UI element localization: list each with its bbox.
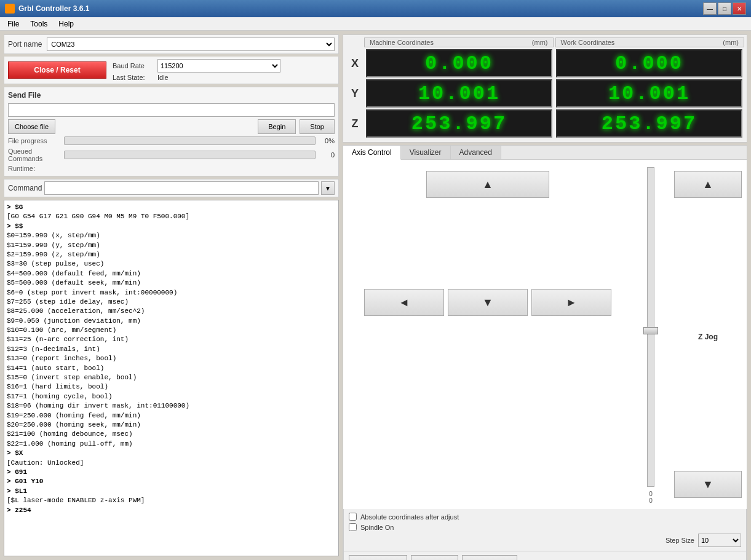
y-coord-row: Y 10.001 10.001 bbox=[346, 79, 744, 108]
xy-jog-area: ▲ ◄ ▼ ► bbox=[348, 165, 627, 504]
z-jog-area: ▲ Z Jog ▼ bbox=[674, 165, 742, 504]
work-z-display: 253.997 bbox=[556, 109, 742, 138]
jog-left-button[interactable]: ◄ bbox=[364, 289, 444, 316]
log-area: > $G[G0 G54 G17 G21 G90 G94 M0 M5 M9 T0 … bbox=[4, 200, 339, 556]
z-jog-label: Z Jog bbox=[698, 333, 718, 341]
file-path-input[interactable] bbox=[8, 103, 335, 117]
zero-position-button[interactable]: Zero Position bbox=[349, 555, 407, 560]
axis-control-content: ▲ ◄ ▼ ► 0 bbox=[343, 160, 747, 509]
jog-z-up-button[interactable]: ▲ bbox=[674, 171, 742, 198]
queued-label: Queued Commands bbox=[8, 148, 60, 162]
queued-bar bbox=[64, 151, 316, 159]
machine-z-display: 253.997 bbox=[366, 109, 552, 138]
log-line: $8=25.000 (acceleration, mm/sec^2) bbox=[7, 307, 336, 316]
file-progress-bar bbox=[64, 136, 316, 145]
baud-label: Baud Rate bbox=[113, 62, 153, 69]
tab-axis-control[interactable]: Axis Control bbox=[343, 146, 401, 160]
menu-help[interactable]: Help bbox=[54, 18, 79, 30]
log-line: $4=500.000 (default feed, mm/min) bbox=[7, 269, 336, 278]
minimize-button[interactable]: — bbox=[703, 2, 717, 15]
menu-file[interactable]: File bbox=[2, 18, 24, 30]
log-line: $17=1 (homing cycle, bool) bbox=[7, 392, 336, 401]
port-label: Port name bbox=[8, 40, 42, 49]
window-title: Grbl Controller 3.6.1 bbox=[18, 4, 89, 13]
last-state-label: Last State: bbox=[113, 74, 153, 81]
command-section: Command ▼ bbox=[4, 179, 339, 197]
work-coords-unit: (mm) bbox=[723, 39, 739, 46]
file-progress-pct: 0% bbox=[319, 137, 335, 144]
jog-z-down-button[interactable]: ▼ bbox=[674, 471, 742, 498]
connect-row: Close / Reset Baud Rate 115200 9600 1920… bbox=[4, 57, 339, 84]
title-bar: Grbl Controller 3.6.1 — □ ✕ bbox=[0, 0, 751, 17]
log-line: $20=250.000 (homing seek, mm/min) bbox=[7, 420, 336, 430]
jog-down-button[interactable]: ▼ bbox=[448, 289, 528, 316]
queued-count: 0 bbox=[319, 151, 335, 159]
log-line: $19=250.000 (homing feed, mm/min) bbox=[7, 411, 336, 420]
z-slider-track[interactable] bbox=[647, 167, 654, 487]
absolute-coords-checkbox[interactable] bbox=[349, 513, 357, 521]
log-line: [G0 G54 G17 G21 G90 G94 M0 M5 M9 T0 F500… bbox=[7, 212, 336, 221]
tab-advanced[interactable]: Advanced bbox=[451, 146, 501, 159]
menu-tools[interactable]: Tools bbox=[25, 18, 52, 30]
log-line: $2=159.990 (z, step/mm) bbox=[7, 250, 336, 259]
jog-up-button[interactable]: ▲ bbox=[426, 171, 549, 198]
z-slider-area: 0 0 bbox=[632, 165, 669, 504]
machine-x-display: 0.000 bbox=[366, 49, 552, 77]
spindle-checkbox[interactable] bbox=[349, 523, 357, 531]
log-line: > $G bbox=[7, 203, 336, 212]
z-slider-thumb[interactable] bbox=[643, 327, 658, 334]
tab-visualizer[interactable]: Visualizer bbox=[401, 146, 451, 159]
baud-select[interactable]: 115200 9600 19200 38400 57600 230400 bbox=[157, 59, 280, 73]
stop-button[interactable]: Stop bbox=[300, 119, 335, 134]
log-line: [$L laser-mode ENABLED z-axis PWM] bbox=[7, 496, 336, 505]
maximize-button[interactable]: □ bbox=[718, 2, 731, 15]
left-panel: Port name COM23 Close / Reset Baud Rate … bbox=[4, 34, 339, 556]
send-file-section: Send File Choose file Begin Stop File pr… bbox=[4, 87, 339, 176]
tabs-section: Axis Control Visualizer Advanced ▲ ◄ ▼ bbox=[343, 145, 747, 560]
coordinates-section: Machine Coordinates (mm) Work Coordinate… bbox=[343, 34, 747, 143]
begin-button[interactable]: Begin bbox=[258, 119, 296, 134]
machine-coords-header: Machine Coordinates (mm) bbox=[364, 37, 554, 47]
refresh-pos-button[interactable]: Refresh Pos bbox=[462, 555, 518, 560]
log-line: $13=0 (report inches, bool) bbox=[7, 354, 336, 363]
right-panel: Machine Coordinates (mm) Work Coordinate… bbox=[343, 34, 747, 556]
log-line: $5=500.000 (default seek, mm/min) bbox=[7, 278, 336, 288]
command-dropdown-button[interactable]: ▼ bbox=[321, 181, 335, 195]
command-input[interactable] bbox=[44, 181, 319, 195]
work-x-display: 0.000 bbox=[556, 49, 742, 77]
log-line: $11=25 (n-arc correction, int) bbox=[7, 335, 336, 344]
port-row: Port name COM23 bbox=[4, 34, 339, 54]
spindle-row: Spindle On bbox=[349, 523, 741, 531]
log-line: > G01 Y10 bbox=[7, 477, 336, 486]
jog-middle-row: ◄ ▼ ► bbox=[364, 289, 611, 316]
step-size-row: Step Size 10 1 5 25 50 100 bbox=[349, 534, 741, 547]
log-line: $12=3 (n-decimals, int) bbox=[7, 345, 336, 354]
send-file-label: Send File bbox=[8, 91, 335, 100]
tab-bar: Axis Control Visualizer Advanced bbox=[343, 146, 747, 160]
go-home-button[interactable]: Go Home bbox=[411, 555, 458, 560]
z-axis-label: Z bbox=[346, 117, 364, 130]
jog-right-button[interactable]: ► bbox=[531, 289, 611, 316]
slider-top-label: 0 bbox=[649, 491, 653, 497]
menu-bar: File Tools Help bbox=[0, 17, 751, 31]
log-line: $22=1.000 (homing pull-off, mm) bbox=[7, 440, 336, 449]
close-window-button[interactable]: ✕ bbox=[733, 2, 746, 15]
log-line: > $L1 bbox=[7, 487, 336, 496]
port-select[interactable]: COM23 bbox=[47, 37, 335, 51]
app-icon bbox=[5, 4, 15, 14]
choose-file-button[interactable]: Choose file bbox=[8, 119, 55, 134]
action-buttons: Zero Position Go Home Refresh Pos bbox=[343, 551, 747, 560]
log-line: > $$ bbox=[7, 222, 336, 231]
bottom-controls: Absolute coordinates after adjust Spindl… bbox=[343, 509, 747, 551]
runtime-label: Runtime: bbox=[8, 165, 35, 172]
machine-coords-label: Machine Coordinates bbox=[370, 39, 434, 46]
log-line: $7=255 (step idle delay, msec) bbox=[7, 298, 336, 307]
step-size-label: Step Size bbox=[666, 537, 694, 544]
file-progress-label: File progress bbox=[8, 137, 60, 144]
close-reset-button[interactable]: Close / Reset bbox=[8, 61, 106, 79]
step-size-select[interactable]: 10 1 5 25 50 100 bbox=[698, 534, 741, 547]
machine-coords-unit: (mm) bbox=[532, 39, 548, 46]
log-line: $15=0 (invert step enable, bool) bbox=[7, 373, 336, 382]
log-line: $16=1 (hard limits, bool) bbox=[7, 382, 336, 392]
baud-section: Baud Rate 115200 9600 19200 38400 57600 … bbox=[113, 59, 280, 81]
